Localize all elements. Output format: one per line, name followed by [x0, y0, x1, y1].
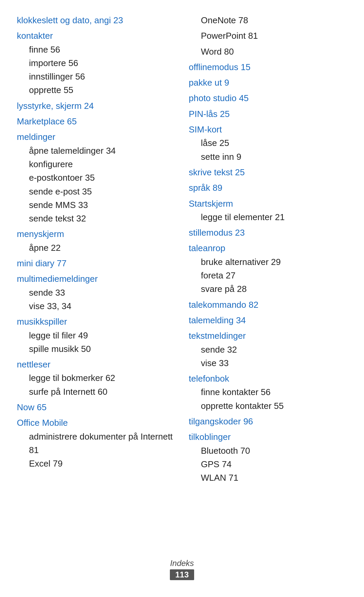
index-sub-entry: vise 33, 34 [17, 299, 175, 313]
index-term: tekstmeldinger [189, 329, 347, 342]
index-sub-entry: WLAN 71 [189, 471, 347, 484]
left-column: klokkeslett og dato, angi 23kontakterfin… [17, 13, 182, 487]
index-sub-entry: GPS 74 [189, 457, 347, 471]
index-entry: klokkeslett og dato, angi 23 [17, 13, 175, 27]
index-sub-entry: innstillinger 56 [17, 70, 175, 83]
index-entry: mini diary 77 [17, 257, 175, 270]
index-term: språk 89 [189, 181, 347, 195]
index-entry: språk 89 [189, 181, 347, 195]
index-sub-entry: svare på 28 [189, 282, 347, 296]
index-term: meldinger [17, 130, 175, 144]
index-sub-entry: sende e-post 35 [17, 185, 175, 198]
index-sub-entry: sende tekst 32 [17, 212, 175, 225]
index-term: Office Mobile [17, 416, 175, 429]
index-entry: talekommando 82 [189, 298, 347, 311]
index-term: SIM-kort [189, 123, 347, 136]
index-entry: meldingeråpne talemeldinger 34konfigurer… [17, 130, 175, 225]
index-entry: kontakterfinne 56importere 56innstilling… [17, 29, 175, 97]
index-term: offlinemodus 15 [189, 60, 347, 74]
index-entry: multimediemeldingersende 33vise 33, 34 [17, 272, 175, 313]
index-term: skrive tekst 25 [189, 166, 347, 179]
index-entry: taleanropbruke alternativer 29foreta 27s… [189, 241, 347, 296]
index-sub-entry: åpne talemeldinger 34 [17, 144, 175, 157]
index-entry: OneNote 78 [189, 13, 347, 27]
index-term: stillemodus 23 [189, 226, 347, 239]
footer-page: 113 [170, 569, 194, 580]
index-term: kontakter [17, 29, 175, 42]
index-entry: lysstyrke, skjerm 24 [17, 99, 175, 113]
index-entry: Office Mobileadministrere dokumenter på … [17, 416, 175, 470]
index-sub-entry: legge til elementer 21 [189, 210, 347, 224]
index-sub-entry: Bluetooth 70 [189, 444, 347, 457]
index-entry: tekstmeldingersende 32vise 33 [189, 329, 347, 370]
index-entry: musikkspillerlegge til filer 49spille mu… [17, 315, 175, 356]
index-term: photo studio 45 [189, 91, 347, 105]
index-term: taleanrop [189, 241, 347, 255]
index-sub-entry: e-postkontoer 35 [17, 171, 175, 184]
index-sub-entry: sende 33 [17, 286, 175, 299]
index-term: Marketplace 65 [17, 115, 175, 128]
index-term: Now 65 [17, 400, 175, 414]
index-sub-entry: foreta 27 [189, 269, 347, 282]
index-sub-entry: Excel 79 [17, 457, 175, 470]
index-entry: photo studio 45 [189, 91, 347, 105]
index-term: telefonbok [189, 372, 347, 385]
index-entry: SIM-kortlåse 25sette inn 9 [189, 123, 347, 163]
index-term: musikkspiller [17, 315, 175, 328]
index-entry: tilgangskoder 96 [189, 415, 347, 428]
index-entry: stillemodus 23 [189, 226, 347, 239]
index-term: lysstyrke, skjerm 24 [17, 99, 175, 113]
index-sub-entry: sende MMS 33 [17, 198, 175, 212]
index-term: Startskjerm [189, 197, 347, 210]
index-sub-entry: sende 32 [189, 343, 347, 356]
index-term: talekommando 82 [189, 298, 347, 311]
index-sub-entry: legge til bokmerker 62 [17, 371, 175, 385]
index-entry: menyskjermåpne 22 [17, 227, 175, 255]
index-sub-entry: sette inn 9 [189, 150, 347, 163]
index-entry: Marketplace 65 [17, 115, 175, 128]
index-term: menyskjerm [17, 227, 175, 241]
index-term: talemelding 34 [189, 314, 347, 327]
index-entry: Word 80 [189, 45, 347, 58]
right-column: OneNote 78PowerPoint 81Word 80offlinemod… [182, 13, 347, 487]
index-entry: talemelding 34 [189, 314, 347, 327]
index-sub-entry: vise 33 [189, 356, 347, 370]
index-entry: Startskjermlegge til elementer 21 [189, 197, 347, 224]
index-term: klokkeslett og dato, angi 23 [17, 13, 175, 27]
index-sub-entry: bruke alternativer 29 [189, 255, 347, 269]
index-term: PIN-lås 25 [189, 107, 347, 121]
index-term: multimediemeldinger [17, 272, 175, 286]
index-sub-entry: finne kontakter 56 [189, 385, 347, 399]
index-sub-entry: finne 56 [17, 43, 175, 56]
index-sub-entry: surfe på Internett 60 [17, 385, 175, 398]
index-term: pakke ut 9 [189, 76, 347, 89]
footer: Indeks 113 [0, 559, 364, 580]
index-entry: Now 65 [17, 400, 175, 414]
index-entry: PIN-lås 25 [189, 107, 347, 121]
index-term: tilgangskoder 96 [189, 415, 347, 428]
index-term: nettleser [17, 358, 175, 371]
page-content: klokkeslett og dato, angi 23kontakterfin… [17, 13, 347, 487]
index-entry: PowerPoint 81 [189, 29, 347, 42]
index-sub-entry: låse 25 [189, 136, 347, 150]
index-term: tilkoblinger [189, 430, 347, 444]
index-sub-entry: opprette 55 [17, 83, 175, 97]
index-entry: tilkoblingerBluetooth 70GPS 74WLAN 71 [189, 430, 347, 484]
index-sub-entry: konfigurere [17, 157, 175, 171]
index-sub-entry: legge til filer 49 [17, 329, 175, 342]
index-plain-term: PowerPoint 81 [189, 29, 347, 42]
index-term: mini diary 77 [17, 257, 175, 270]
index-sub-entry: åpne 22 [17, 241, 175, 255]
index-entry: offlinemodus 15 [189, 60, 347, 74]
index-sub-entry: spille musikk 50 [17, 342, 175, 356]
index-plain-term: Word 80 [189, 45, 347, 58]
index-sub-entry: administrere dokumenter på Internett 81 [17, 430, 175, 457]
index-sub-entry: importere 56 [17, 56, 175, 70]
index-entry: pakke ut 9 [189, 76, 347, 89]
index-plain-term: OneNote 78 [189, 13, 347, 27]
footer-label: Indeks [0, 559, 364, 568]
index-entry: nettleserlegge til bokmerker 62surfe på … [17, 358, 175, 398]
index-sub-entry: opprette kontakter 55 [189, 399, 347, 413]
index-entry: skrive tekst 25 [189, 166, 347, 179]
index-entry: telefonbokfinne kontakter 56opprette kon… [189, 372, 347, 413]
